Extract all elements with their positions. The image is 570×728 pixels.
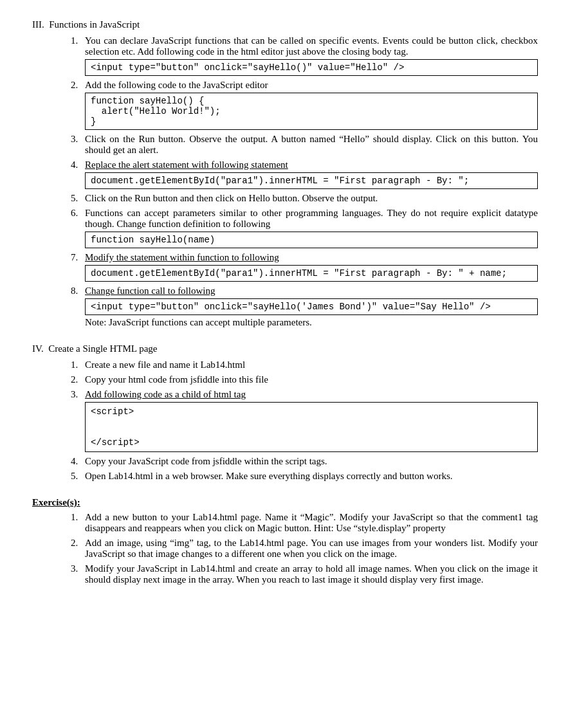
list-item: 1. You can declare JavaScript functions …	[71, 35, 538, 76]
section-4-title: IV. Create a Single HTML page	[32, 343, 538, 354]
list-item: 3. Click on the Run button. Observe the …	[71, 134, 538, 156]
code-block: document.getElementById("para1").innerHT…	[85, 265, 538, 282]
list-num: 5.	[71, 193, 85, 204]
list-text: Copy your html code from jsfiddle into t…	[85, 374, 538, 385]
code-block: <input type="button" onclick="sayHello('…	[85, 298, 538, 315]
list-item: 2. Add an image, using “img” tag, to the…	[71, 538, 538, 560]
list-num: 7.	[71, 252, 85, 263]
exercises-title: Exercise(s):	[32, 497, 538, 508]
list-num: 2.	[71, 80, 85, 91]
list-text: Add an image, using “img” tag, to the La…	[85, 538, 538, 560]
list-text: Modify the statement within function to …	[85, 252, 538, 263]
list-text: Add the following code to the JavaScript…	[85, 80, 538, 91]
code-block: <input type="button" onclick="sayHello()…	[85, 59, 538, 76]
list-item: 1. Create a new file and name it Lab14.h…	[71, 359, 538, 370]
exercises-list: 1. Add a new button to your Lab14.html p…	[71, 512, 538, 585]
list-item: 3. Modify your JavaScript in Lab14.html …	[71, 563, 538, 585]
list-item: 5. Click on the Run button and then clic…	[71, 193, 538, 204]
list-item: 6. Functions can accept parameters simil…	[71, 208, 538, 248]
list-item: 4. Replace the alert statement with foll…	[71, 159, 538, 189]
section-4-content: 1. Create a new file and name it Lab14.h…	[58, 359, 538, 482]
list-num: 1.	[71, 512, 85, 523]
list-num: 2.	[71, 374, 85, 385]
list-text: Click on the Run button and then click o…	[85, 193, 538, 204]
list-item: 7. Modify the statement within function …	[71, 252, 538, 282]
list-text: Modify your JavaScript in Lab14.html and…	[85, 563, 538, 585]
list-num: 4.	[71, 159, 85, 170]
code-block: function sayHello() { alert("Hello World…	[85, 93, 538, 130]
list-num: 2.	[71, 538, 85, 549]
list-item: 3. Add following code as a child of html…	[71, 389, 538, 452]
list-num: 1.	[71, 35, 85, 46]
list-item: 5. Open Lab14.html in a web browser. Mak…	[71, 471, 538, 482]
list-text: Add following code as a child of html ta…	[85, 389, 538, 400]
code-block: function sayHello(name)	[85, 232, 538, 248]
section-3-content: 1. You can declare JavaScript functions …	[58, 35, 538, 328]
list-text: Replace the alert statement with followi…	[85, 159, 538, 170]
list-text: You can declare JavaScript functions tha…	[85, 35, 538, 57]
list-text: Open Lab14.html in a web browser. Make s…	[85, 471, 538, 482]
list-item: 4. Copy your JavaScript code from jsfidd…	[71, 456, 538, 467]
list-item: 1. Add a new button to your Lab14.html p…	[71, 512, 538, 534]
code-block-tall: <script> </script>	[85, 402, 538, 452]
exercises-section: Exercise(s): 1. Add a new button to your…	[32, 497, 538, 585]
list-item: 2. Add the following code to the JavaScr…	[71, 80, 538, 130]
list-num: 4.	[71, 456, 85, 467]
list-text: Add a new button to your Lab14.html page…	[85, 512, 538, 534]
code-block: document.getElementById("para1").innerHT…	[85, 172, 538, 189]
note-text: Note: JavaScript functions can accept mu…	[85, 317, 538, 328]
section-3: III. Functions in JavaScript 1. You can …	[32, 19, 538, 328]
list-num: 5.	[71, 471, 85, 482]
list-num: 3.	[71, 563, 85, 574]
list-text: Copy your JavaScript code from jsfiddle …	[85, 456, 538, 467]
list-text: Change function call to following	[85, 286, 538, 296]
section-4-list: 1. Create a new file and name it Lab14.h…	[71, 359, 538, 482]
section-4: IV. Create a Single HTML page 1. Create …	[32, 343, 538, 482]
list-num: 6.	[71, 208, 85, 219]
list-text: Functions can accept parameters similar …	[85, 208, 538, 230]
exercises-content: 1. Add a new button to your Lab14.html p…	[58, 512, 538, 585]
list-text: Click on the Run button. Observe the out…	[85, 134, 538, 156]
list-num: 1.	[71, 359, 85, 370]
list-num: 8.	[71, 286, 85, 296]
list-text: Create a new file and name it Lab14.html	[85, 359, 538, 370]
section-3-list: 1. You can declare JavaScript functions …	[71, 35, 538, 328]
list-item: 2. Copy your html code from jsfiddle int…	[71, 374, 538, 385]
section-3-title: III. Functions in JavaScript	[32, 19, 538, 30]
list-num: 3.	[71, 389, 85, 400]
list-num: 3.	[71, 134, 85, 145]
list-item: 8. Change function call to following <in…	[71, 286, 538, 328]
